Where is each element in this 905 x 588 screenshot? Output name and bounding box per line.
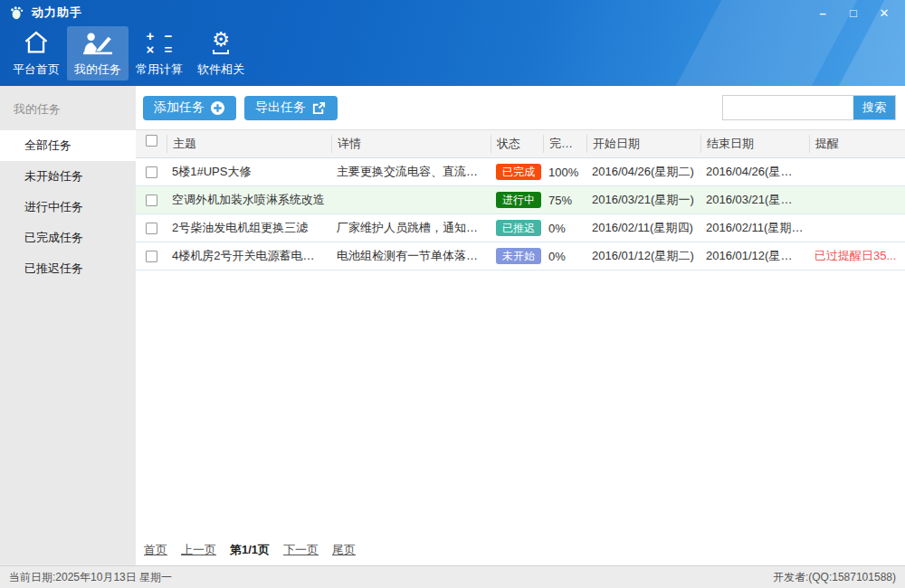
page-indicator: 第1/1页 — [230, 542, 270, 558]
plus-circle-icon — [210, 100, 225, 116]
page-last-link[interactable]: 尾页 — [332, 542, 356, 558]
task-completion-rate: 0% — [543, 222, 586, 235]
table-row[interactable]: 5楼1#UPS大修 主要更换交流电容、直流电容... 已完成 100% 2016… — [136, 158, 905, 186]
export-task-label: 导出任务 — [255, 100, 306, 116]
content-area: 添加任务 导出任务 搜索 — [136, 86, 905, 565]
task-detail: 电池组检测有一节单体落后，... — [331, 248, 491, 264]
titlebar: 动力助手 – □ ✕ — [0, 0, 905, 25]
task-start-date: 2016/03/21(星期一) — [586, 192, 700, 208]
task-subject: 空调外机加装水喷淋系统改造 — [167, 192, 331, 208]
sidebar-item-not-started[interactable]: 未开始任务 — [0, 161, 136, 192]
my-tasks-icon — [81, 28, 115, 57]
row-checkbox[interactable] — [146, 194, 157, 206]
toolbar: 添加任务 导出任务 搜索 — [136, 86, 905, 129]
nav-item-platform-home[interactable]: 平台首页 — [5, 26, 67, 81]
times-glyph: × — [144, 43, 157, 56]
page-prev-link[interactable]: 上一页 — [181, 542, 216, 558]
task-table: 主题 详情 状态 完成率 开始日期 结束日期 提醒 5楼1#UPS大修 主要更换… — [136, 129, 905, 270]
app-title: 动力助手 — [32, 5, 82, 21]
app-header: 动力助手 – □ ✕ 平台首页 — [0, 0, 905, 86]
status-badge: 已推迟 — [496, 220, 541, 236]
row-checkbox[interactable] — [146, 223, 157, 234]
nav-label: 常用计算 — [136, 62, 183, 78]
task-subject: 2号柴油发电机组更换三滤 — [167, 220, 331, 236]
status-bar: 当前日期:2025年10月13日 星期一 开发者:(QQ:1587101588) — [0, 565, 905, 588]
page-next-link[interactable]: 下一页 — [283, 542, 319, 558]
nav-item-calculations[interactable]: + − × = 常用计算 — [129, 26, 190, 81]
select-all-checkbox[interactable] — [146, 135, 157, 147]
plus-glyph: + — [144, 30, 157, 43]
table-header-row: 主题 详情 状态 完成率 开始日期 结束日期 提醒 — [136, 129, 905, 158]
task-start-date: 2016/02/11(星期四) — [586, 220, 700, 236]
home-icon — [23, 28, 50, 57]
export-task-button[interactable]: 导出任务 — [244, 96, 338, 120]
minus-glyph: − — [162, 30, 175, 43]
nav-label: 软件相关 — [197, 62, 244, 78]
select-all-cell — [136, 135, 167, 153]
search-input[interactable] — [723, 96, 853, 119]
task-start-date: 2016/01/12(星期二) — [586, 248, 700, 264]
calculator-icon: + − × = — [144, 28, 175, 57]
sidebar-item-postponed[interactable]: 已推迟任务 — [0, 253, 136, 284]
header-end-date[interactable]: 结束日期 — [700, 135, 809, 153]
app-window: 动力助手 – □ ✕ 平台首页 — [0, 0, 905, 588]
header-status[interactable]: 状态 — [491, 135, 543, 153]
search-button[interactable]: 搜索 — [853, 96, 895, 119]
app-logo-icon — [9, 5, 25, 21]
nav-item-software[interactable]: ⚙ 软件相关 — [190, 26, 252, 81]
task-completion-rate: 0% — [543, 250, 586, 263]
nav-item-my-tasks[interactable]: 我的任务 — [67, 26, 129, 81]
header-reminder[interactable]: 提醒 — [809, 135, 905, 153]
table-row[interactable]: 2号柴油发电机组更换三滤 厂家维护人员跳槽，通知延期... 已推迟 0% 201… — [136, 214, 905, 242]
export-icon — [311, 100, 327, 116]
empty-area — [136, 270, 905, 535]
maximize-button[interactable]: □ — [842, 4, 865, 22]
task-detail: 主要更换交流电容、直流电容... — [331, 164, 491, 180]
status-badge: 未开始 — [496, 248, 541, 264]
pagination: 首页 上一页 第1/1页 下一页 尾页 — [136, 535, 905, 565]
minimize-button[interactable]: – — [811, 4, 834, 22]
sidebar-item-completed[interactable]: 已完成任务 — [0, 223, 136, 253]
header-start-date[interactable]: 开始日期 — [586, 135, 700, 153]
header-rate[interactable]: 完成率 — [543, 135, 586, 153]
equals-glyph: = — [162, 43, 175, 56]
developer-text: 开发者:(QQ:1587101588) — [773, 570, 896, 585]
row-checkbox[interactable] — [146, 251, 157, 262]
table-row[interactable]: 空调外机加装水喷淋系统改造 进行中 75% 2016/03/21(星期一) 20… — [136, 186, 905, 214]
status-badge: 进行中 — [496, 192, 541, 208]
sidebar-header: 我的任务 — [0, 86, 136, 130]
header-subject[interactable]: 主题 — [167, 135, 331, 153]
task-end-date: 2016/02/11(星期四) — [700, 220, 809, 236]
task-detail: 厂家维护人员跳槽，通知延期... — [331, 220, 491, 236]
task-reminder: 已过提醒日35... — [809, 248, 905, 264]
header-detail[interactable]: 详情 — [331, 135, 491, 153]
search-box: 搜索 — [722, 95, 896, 120]
task-subject: 5楼1#UPS大修 — [167, 164, 331, 180]
software-icon: ⚙ — [212, 28, 230, 57]
task-subject: 4楼机房2号开关电源蓄电池组... — [167, 248, 331, 264]
task-completion-rate: 100% — [543, 166, 586, 179]
task-completion-rate: 75% — [543, 194, 586, 207]
main-nav: 平台首页 我的任务 + − × — [0, 25, 905, 86]
close-button[interactable]: ✕ — [872, 4, 896, 22]
page-first-link[interactable]: 首页 — [144, 542, 167, 558]
nav-label: 我的任务 — [74, 62, 121, 78]
current-date-text: 当前日期:2025年10月13日 星期一 — [9, 570, 172, 585]
task-start-date: 2016/04/26(星期二) — [586, 164, 700, 180]
add-task-button[interactable]: 添加任务 — [143, 96, 236, 120]
task-table-body: 5楼1#UPS大修 主要更换交流电容、直流电容... 已完成 100% 2016… — [136, 158, 905, 270]
status-badge: 已完成 — [496, 164, 541, 180]
table-row[interactable]: 4楼机房2号开关电源蓄电池组... 电池组检测有一节单体落后，... 未开始 0… — [136, 242, 905, 270]
sidebar: 我的任务 全部任务 未开始任务 进行中任务 已完成任务 已推迟任务 — [0, 86, 136, 565]
sidebar-item-all-tasks[interactable]: 全部任务 — [0, 130, 136, 161]
sidebar-item-in-progress[interactable]: 进行中任务 — [0, 192, 136, 223]
task-end-date: 2016/04/26(星期二) — [700, 164, 809, 180]
add-task-label: 添加任务 — [154, 100, 205, 116]
row-checkbox[interactable] — [146, 166, 157, 178]
task-end-date: 2016/03/21(星期一) — [700, 192, 809, 208]
task-end-date: 2016/01/12(星期二) — [700, 248, 809, 264]
nav-label: 平台首页 — [13, 62, 60, 78]
window-controls: – □ ✕ — [811, 4, 896, 22]
